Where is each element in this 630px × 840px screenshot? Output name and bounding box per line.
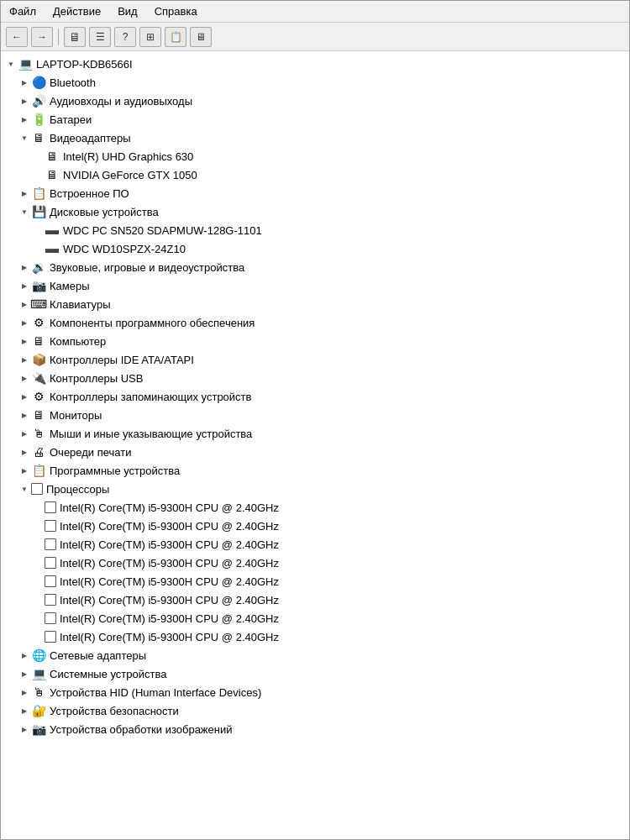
device-tree[interactable]: ▼💻LAPTOP-KDB6566I▶🔵Bluetooth▶🔊Аудиовходы…	[1, 51, 629, 839]
tree-item-disk-devices[interactable]: ▼💾Дисковые устройства	[1, 202, 629, 221]
menu-help[interactable]: Справка	[151, 3, 201, 19]
tree-item-wdc-sn520[interactable]: ▬WDC PC SN520 SDAPMUW-128G-1101	[1, 221, 629, 239]
tree-label-wdc-sn520: WDC PC SN520 SDAPMUW-128G-1101	[63, 224, 262, 237]
expand-btn-system-devices[interactable]: ▶	[18, 667, 31, 680]
tree-item-cpu2[interactable]: Intel(R) Core(TM) i5-9300H CPU @ 2.40GHz	[1, 517, 629, 535]
expand-btn-keyboards[interactable]: ▶	[18, 297, 31, 311]
device-icon-nvidia: 🖥	[45, 167, 60, 182]
device-icon-network-adapters: 🌐	[31, 648, 46, 663]
expand-btn-firmware[interactable]: ▶	[18, 186, 31, 200]
expand-btn-image-devices[interactable]: ▶	[18, 722, 31, 736]
tree-label-nvidia: NVIDIA GeForce GTX 1050	[63, 169, 197, 181]
expand-btn-sound-devices[interactable]: ▶	[18, 260, 31, 274]
tree-item-hid-devices[interactable]: ▶🖱Устройства HID (Human Interface Device…	[1, 683, 629, 701]
expand-btn-disk-devices[interactable]: ▼	[18, 205, 31, 218]
device-icon-laptop-root: 💻	[18, 56, 33, 71]
tree-item-image-devices[interactable]: ▶📷Устройства обработки изображений	[1, 720, 629, 738]
expand-btn-mice[interactable]: ▶	[18, 427, 31, 440]
tree-item-intel-uhd[interactable]: 🖥Intel(R) UHD Graphics 630	[1, 147, 629, 165]
tree-item-cpu6[interactable]: Intel(R) Core(TM) i5-9300H CPU @ 2.40GHz	[1, 591, 629, 609]
expand-btn-hid-devices[interactable]: ▶	[18, 685, 31, 699]
tree-label-videoadapters: Видеоадаптеры	[50, 132, 131, 144]
tree-label-usb-controllers: Контроллеры USB	[50, 372, 143, 385]
device-icon-videoadapters: 🖥	[31, 130, 46, 145]
tree-item-bluetooth[interactable]: ▶🔵Bluetooth	[1, 73, 629, 92]
tree-item-network-adapters[interactable]: ▶🌐Сетевые адаптеры	[1, 646, 629, 664]
device-icon-computer: 🖥	[31, 333, 46, 349]
help-btn[interactable]: ?	[114, 27, 136, 47]
properties-btn[interactable]: 📋	[165, 27, 186, 47]
tree-label-software-components: Компоненты программного обеспечения	[50, 317, 255, 329]
tree-item-sound-devices[interactable]: ▶🔉Звуковые, игровые и видеоустройства	[1, 258, 629, 276]
tree-item-cpu4[interactable]: Intel(R) Core(TM) i5-9300H CPU @ 2.40GHz	[1, 554, 629, 572]
expand-btn-print-queues[interactable]: ▶	[18, 445, 31, 459]
tree-item-computer[interactable]: ▶🖥Компьютер	[1, 332, 629, 350]
device-icon-security-devices: 🔐	[31, 703, 46, 718]
tree-label-image-devices: Устройства обработки изображений	[50, 723, 233, 736]
device-icon-software-components: ⚙	[31, 315, 46, 330]
expand-btn-program-devices[interactable]: ▶	[18, 464, 31, 477]
device-icon-monitors: 🖥	[31, 407, 46, 423]
tree-item-ide-controllers[interactable]: ▶📦Контроллеры IDE ATA/ATAPI	[1, 350, 629, 369]
device-icon-cpu5	[45, 575, 56, 587]
tree-item-audio[interactable]: ▶🔊Аудиовходы и аудиовыходы	[1, 92, 629, 110]
expand-btn-ide-controllers[interactable]: ▶	[18, 353, 31, 366]
menu-view[interactable]: Вид	[114, 3, 141, 19]
expand-btn-audio[interactable]: ▶	[18, 94, 31, 108]
tree-item-nvidia[interactable]: 🖥NVIDIA GeForce GTX 1050	[1, 165, 629, 184]
expand-btn-processors[interactable]: ▼	[18, 482, 31, 496]
expand-btn-cameras[interactable]: ▶	[18, 279, 31, 292]
device-manager-window: Файл Действие Вид Справка ← → 🖥 ☰ ? ⊞ 📋 …	[0, 0, 630, 840]
expand-btn-batteries[interactable]: ▶	[18, 113, 31, 126]
tree-item-system-devices[interactable]: ▶💻Системные устройства	[1, 664, 629, 683]
tree-item-processors[interactable]: ▼Процессоры	[1, 480, 629, 498]
device-icon-processors	[31, 483, 43, 495]
expand-btn-storage-controllers[interactable]: ▶	[18, 390, 31, 403]
expand-btn-monitors[interactable]: ▶	[18, 408, 31, 422]
tree-item-storage-controllers[interactable]: ▶⚙Контроллеры запоминающих устройств	[1, 387, 629, 406]
tree-item-mice[interactable]: ▶🖱Мыши и иные указывающие устройства	[1, 424, 629, 443]
tree-item-print-queues[interactable]: ▶🖨Очереди печати	[1, 443, 629, 461]
tree-item-cpu7[interactable]: Intel(R) Core(TM) i5-9300H CPU @ 2.40GHz	[1, 609, 629, 627]
device-icon-cpu7	[45, 612, 56, 624]
monitor-btn[interactable]: 🖥	[190, 27, 212, 47]
tree-item-monitors[interactable]: ▶🖥Мониторы	[1, 406, 629, 424]
expand-btn-network-adapters[interactable]: ▶	[18, 648, 31, 662]
tree-label-computer: Компьютер	[50, 335, 106, 348]
tree-item-cpu5[interactable]: Intel(R) Core(TM) i5-9300H CPU @ 2.40GHz	[1, 572, 629, 591]
tree-item-wdc-wd10[interactable]: ▬WDC WD10SPZX-24Z10	[1, 239, 629, 258]
device-icon-ide-controllers: 📦	[31, 352, 46, 367]
forward-button[interactable]: →	[31, 27, 53, 47]
expand-btn-bluetooth[interactable]: ▶	[18, 76, 31, 89]
tree-item-laptop-root[interactable]: ▼💻LAPTOP-KDB6566I	[1, 55, 629, 73]
expand-btn-computer[interactable]: ▶	[18, 334, 31, 348]
tree-item-cameras[interactable]: ▶📷Камеры	[1, 276, 629, 295]
menu-action[interactable]: Действие	[50, 3, 104, 19]
expand-btn-security-devices[interactable]: ▶	[18, 704, 31, 717]
device-icon-cameras: 📷	[31, 278, 46, 293]
menu-file[interactable]: Файл	[6, 3, 39, 19]
expand-btn-software-components[interactable]: ▶	[18, 316, 31, 329]
tree-item-batteries[interactable]: ▶🔋Батареи	[1, 110, 629, 129]
tree-item-software-components[interactable]: ▶⚙Компоненты программного обеспечения	[1, 313, 629, 332]
grid-btn[interactable]: ⊞	[139, 27, 161, 47]
tree-item-cpu8[interactable]: Intel(R) Core(TM) i5-9300H CPU @ 2.40GHz	[1, 627, 629, 646]
tree-item-firmware[interactable]: ▶📋Встроенное ПО	[1, 184, 629, 202]
tree-label-cpu4: Intel(R) Core(TM) i5-9300H CPU @ 2.40GHz	[60, 557, 279, 570]
device-icon-system-devices: 💻	[31, 666, 46, 681]
back-button[interactable]: ←	[6, 27, 28, 47]
tree-item-cpu3[interactable]: Intel(R) Core(TM) i5-9300H CPU @ 2.40GHz	[1, 535, 629, 554]
expand-btn-laptop-root[interactable]: ▼	[4, 57, 18, 71]
tree-item-program-devices[interactable]: ▶📋Программные устройства	[1, 461, 629, 480]
computer-icon-btn[interactable]: 🖥	[64, 27, 86, 47]
tree-item-security-devices[interactable]: ▶🔐Устройства безопасности	[1, 701, 629, 720]
tree-label-bluetooth: Bluetooth	[50, 76, 96, 89]
expand-btn-usb-controllers[interactable]: ▶	[18, 371, 31, 385]
expand-btn-videoadapters[interactable]: ▼	[18, 131, 31, 144]
tree-item-cpu1[interactable]: Intel(R) Core(TM) i5-9300H CPU @ 2.40GHz	[1, 498, 629, 517]
tree-item-usb-controllers[interactable]: ▶🔌Контроллеры USB	[1, 369, 629, 387]
device-icon-storage-controllers: ⚙	[31, 389, 46, 404]
tree-item-keyboards[interactable]: ▶⌨Клавиатуры	[1, 295, 629, 313]
list-btn[interactable]: ☰	[89, 27, 111, 47]
tree-item-videoadapters[interactable]: ▼🖥Видеоадаптеры	[1, 129, 629, 147]
